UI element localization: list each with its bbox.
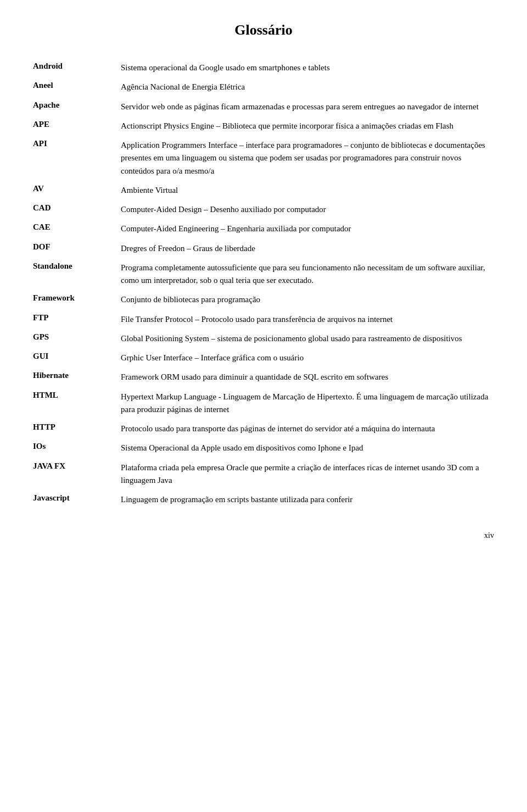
glossary-term: HTTP [33,419,121,438]
page-title: Glossário [33,22,494,38]
glossary-definition: Sistema Operacional da Apple usado em di… [121,438,494,458]
glossary-term: CAE [33,219,121,238]
glossary-row: GPSGlobal Positioning System – sistema d… [33,329,494,348]
glossary-row: HTMLHypertext Markup Language - Linguage… [33,387,494,420]
glossary-term: CAD [33,200,121,219]
glossary-term: DOF [33,239,121,258]
glossary-row: AneelAgência Nacional de Energia Elétric… [33,77,494,97]
glossary-definition: Sistema operacional da Google usado em s… [121,58,494,77]
glossary-row: CADComputer-Aided Design – Desenho auxil… [33,200,494,219]
glossary-definition: Computer-Aided Design – Desenho auxiliad… [121,200,494,219]
glossary-row: StandalonePrograma completamente autossu… [33,258,494,291]
glossary-term: HTML [33,387,121,420]
glossary-term: AV [33,181,121,200]
glossary-definition: Plataforma criada pela empresa Oracle qu… [121,458,494,491]
glossary-row: GUIGrphic User Interface – Interface grá… [33,348,494,368]
glossary-row: FTPFile Transfer Protocol – Protocolo us… [33,310,494,329]
glossary-term: JAVA FX [33,458,121,491]
glossary-term: Framework [33,290,121,309]
glossary-definition: Framework ORM usado para diminuir a quan… [121,368,494,387]
glossary-row: APEActionscript Physics Engine – Bibliot… [33,116,494,136]
glossary-term: Apache [33,97,121,116]
glossary-row: ApacheServidor web onde as páginas ficam… [33,97,494,116]
glossary-row: HibernateFramework ORM usado para diminu… [33,368,494,387]
glossary-definition: Linguagem de programação em scripts bast… [121,490,494,509]
glossary-definition: File Transfer Protocol – Protocolo usado… [121,310,494,329]
glossary-definition: Global Positioning System – sistema de p… [121,329,494,348]
glossary-definition: Protocolo usado para transporte das pági… [121,419,494,438]
glossary-term: GUI [33,348,121,368]
glossary-term: Hibernate [33,368,121,387]
glossary-row: FrameworkConjunto de bibliotecas para pr… [33,290,494,309]
glossary-row: AndroidSistema operacional da Google usa… [33,58,494,77]
glossary-definition: Computer-Aided Engineering – Engenharia … [121,219,494,238]
glossary-definition: Ambiente Virtual [121,181,494,200]
glossary-term: Javascript [33,490,121,509]
glossary-definition: Agência Nacional de Energia Elétrica [121,77,494,97]
glossary-definition: Servidor web onde as páginas ficam armaz… [121,97,494,116]
glossary-definition: Hypertext Markup Language - Linguagem de… [121,387,494,420]
glossary-term: IOs [33,438,121,458]
glossary-definition: Programa completamente autossuficiente q… [121,258,494,291]
glossary-row: IOsSistema Operacional da Apple usado em… [33,438,494,458]
glossary-term: FTP [33,310,121,329]
glossary-row: APIApplication Programmers Interface – i… [33,136,494,181]
page-number: xiv [33,531,494,540]
glossary-term: Aneel [33,77,121,97]
glossary-definition: Grphic User Interface – Interface gráfic… [121,348,494,368]
glossary-term: API [33,136,121,181]
glossary-definition: Conjunto de bibliotecas para programação [121,290,494,309]
glossary-row: AVAmbiente Virtual [33,181,494,200]
glossary-term: Standalone [33,258,121,291]
glossary-row: JavascriptLinguagem de programação em sc… [33,490,494,509]
glossary-term: APE [33,116,121,136]
glossary-term: GPS [33,329,121,348]
glossary-definition: Actionscript Physics Engine – Biblioteca… [121,116,494,136]
glossary-term: Android [33,58,121,77]
glossary-row: JAVA FXPlataforma criada pela empresa Or… [33,458,494,491]
glossary-row: HTTPProtocolo usado para transporte das … [33,419,494,438]
glossary-row: DOFDregres of Freedon – Graus de liberda… [33,239,494,258]
glossary-definition: Dregres of Freedon – Graus de liberdade [121,239,494,258]
glossary-row: CAEComputer-Aided Engineering – Engenhar… [33,219,494,238]
glossary-table: AndroidSistema operacional da Google usa… [33,58,494,509]
glossary-definition: Application Programmers Interface – inte… [121,136,494,181]
